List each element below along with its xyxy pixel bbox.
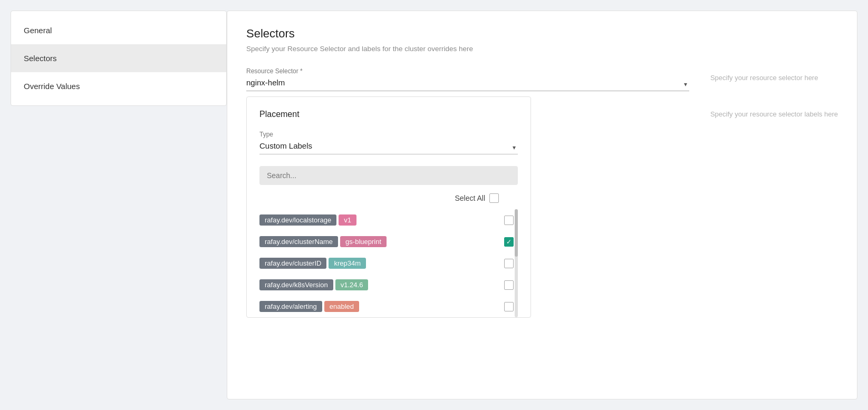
resource-selector-row: Resource Selector * nginx-helm ▾ Placeme… [246,67,838,318]
label-checkbox-4[interactable] [504,302,514,311]
placement-card: Placement Type Custom Labels ▾ Select Al… [246,96,531,318]
sidebar-general-label: General [24,26,52,35]
placement-title: Placement [259,110,518,119]
hint-labels: Specify your resource selector labels he… [710,108,838,118]
label-list-scroll[interactable]: rafay.dev/localstorage v1 rafay.dev/clus… [259,209,518,317]
resource-selector-group: Resource Selector * nginx-helm ▾ Placeme… [246,67,689,318]
type-value: Custom Labels [259,141,325,150]
sidebar-item-general[interactable]: General [11,16,226,44]
label-row: rafay.dev/k8sVersion v1.24.6 [259,274,518,296]
label-row: rafay.dev/localstorage v1 [259,209,518,231]
labels-hint-text: Specify your resource selector labels he… [710,108,838,118]
tag-key-4: rafay.dev/alerting [259,301,322,312]
scrollbar-thumb[interactable] [515,209,518,257]
page-title: Selectors [246,27,838,41]
tag-value-1: gs-blueprint [340,236,387,247]
tag-value-3: v1.24.6 [335,279,369,290]
label-checkbox-0[interactable] [504,216,514,225]
select-all-row: Select All [259,193,518,203]
label-checkbox-1[interactable]: ✓ [504,237,514,247]
resource-selector-arrow-icon: ▾ [684,81,687,88]
page-subtitle: Specify your Resource Selector and label… [246,45,838,53]
resource-selector-label: Resource Selector * [246,67,689,75]
label-row: rafay.dev/alerting enabled [259,296,518,317]
hint-column: Specify your resource selector here Spec… [710,67,838,144]
label-tags-0: rafay.dev/localstorage v1 [259,214,356,226]
sidebar-item-override-values[interactable]: Override Values [11,72,226,100]
type-dropdown[interactable]: Custom Labels ▾ [259,141,518,154]
tag-value-4: enabled [324,301,359,312]
main-content: Selectors Specify your Resource Selector… [227,11,857,399]
sidebar-override-label: Override Values [24,82,80,91]
hint-selector: Specify your resource selector here [710,72,838,82]
scrollbar-track [515,209,518,317]
search-input[interactable] [259,166,518,185]
label-checkbox-3[interactable] [504,280,514,290]
tag-key-2: rafay.dev/clusterID [259,258,326,269]
label-row: rafay.dev/clusterID krep34m [259,252,518,274]
tag-value-2: krep34m [329,258,366,269]
sidebar-item-selectors[interactable]: Selectors [11,44,226,72]
tag-value-0: v1 [339,214,356,226]
selector-hint-text: Specify your resource selector here [710,72,838,82]
label-tags-3: rafay.dev/k8sVersion v1.24.6 [259,279,368,290]
sidebar-selectors-label: Selectors [24,54,57,63]
label-tags-4: rafay.dev/alerting enabled [259,301,359,312]
tag-key-3: rafay.dev/k8sVersion [259,279,333,290]
select-all-checkbox[interactable] [489,193,499,203]
tag-key-0: rafay.dev/localstorage [259,214,336,226]
select-all-label: Select All [455,194,485,202]
label-tags-1: rafay.dev/clusterName gs-blueprint [259,236,387,247]
type-label: Type [259,131,518,138]
type-arrow-icon: ▾ [513,144,516,151]
resource-selector-value: nginx-helm [246,78,297,87]
tag-key-1: rafay.dev/clusterName [259,236,338,247]
resource-selector-dropdown[interactable]: nginx-helm ▾ [246,78,689,91]
sidebar: General Selectors Override Values [11,11,227,106]
label-checkbox-2[interactable] [504,259,514,268]
label-list-container: rafay.dev/localstorage v1 rafay.dev/clus… [259,209,518,317]
label-tags-2: rafay.dev/clusterID krep34m [259,258,366,269]
label-row: rafay.dev/clusterName gs-blueprint ✓ [259,231,518,252]
